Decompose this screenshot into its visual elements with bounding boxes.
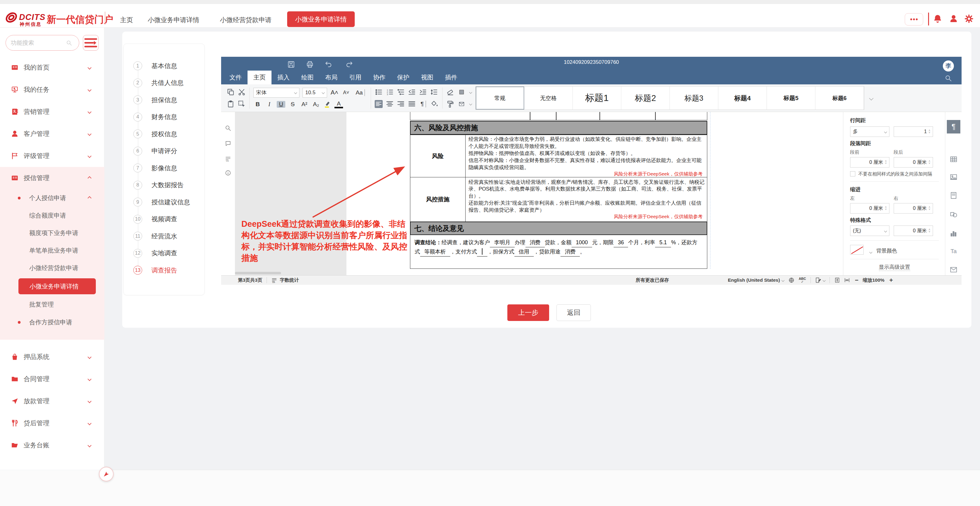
style-gallery-expand[interactable] xyxy=(864,86,877,110)
sidebar-leaf-额度项下业务申请[interactable]: 额度项下业务申请 xyxy=(0,224,104,242)
sidebar-item-业务台账[interactable]: 业务台账 xyxy=(0,434,104,456)
editor-search-icon[interactable] xyxy=(945,75,952,82)
word-count-label[interactable]: 字数统计 xyxy=(280,277,299,284)
nav-tab-3-active[interactable]: 小微业务申请详情 xyxy=(287,11,355,27)
sidebar-subitem-合作方授信申请[interactable]: 合作方授信申请 xyxy=(0,313,104,331)
control-content-cell[interactable]: 经营真实性验证:实地走访经营场所，观察生产/销售情况、库存、员工状态等。交叉验证… xyxy=(465,177,708,222)
editor-tab-视图[interactable]: 视图 xyxy=(415,71,439,84)
step-6-申请评分[interactable]: 6申请评分 xyxy=(124,143,205,160)
outline-icon[interactable]: 123 xyxy=(225,155,231,162)
search-input[interactable] xyxy=(11,40,66,46)
nav-tab-0[interactable]: 主页 xyxy=(120,8,133,32)
multilevel-list-icon[interactable] xyxy=(397,88,405,96)
sidebar-item-贷后管理[interactable]: 贷后管理 xyxy=(0,412,104,434)
page-indicator[interactable]: 第3页共3页 xyxy=(238,277,262,284)
more-actions-button[interactable] xyxy=(905,13,923,25)
subscript-button[interactable]: A₂ xyxy=(312,101,320,108)
page-tab[interactable] xyxy=(947,189,960,202)
bullet-list-icon[interactable] xyxy=(375,88,383,96)
advanced-settings-link[interactable]: 显示高级设置 xyxy=(879,263,910,271)
background-color-swatch[interactable] xyxy=(850,245,864,255)
zoom-level[interactable]: 缩放100% xyxy=(863,277,885,284)
step-8-大数据报告[interactable]: 8大数据报告 xyxy=(124,177,205,194)
sidebar-item-我的任务[interactable]: 我的任务 xyxy=(0,79,104,101)
textart-tab[interactable]: Ta xyxy=(947,244,960,258)
border-style-button[interactable] xyxy=(458,89,465,95)
language-selector[interactable]: English (United States) xyxy=(728,278,780,283)
step-11-经营流水[interactable]: 11经营流水 xyxy=(124,228,205,245)
sidebar-item-营销管理[interactable]: 营销管理 xyxy=(0,101,104,123)
indent-right-stepper[interactable]: 0 厘米˄˅ xyxy=(894,203,933,214)
align-left-icon[interactable] xyxy=(375,100,383,108)
indent-left-stepper[interactable]: 0 厘米˄˅ xyxy=(850,203,889,214)
zoom-out-button[interactable]: − xyxy=(855,277,859,284)
strikethrough-button[interactable]: S xyxy=(288,101,297,108)
mailmerge-tab[interactable] xyxy=(947,263,960,276)
sidebar-item-授信管理[interactable]: 授信管理 xyxy=(0,167,104,189)
sidebar-collapse-button[interactable] xyxy=(99,467,114,481)
risk-content-cell[interactable]: 经营风险：小微企业市场竞争力弱，易受行业波动（如政策变化、供应链中断、竞争加剧）… xyxy=(465,135,708,178)
indent-icon[interactable] xyxy=(419,88,427,96)
numbered-list-icon[interactable]: 123 xyxy=(386,88,394,96)
align-center-icon[interactable] xyxy=(386,100,394,108)
sidebar-item-合同管理[interactable]: 合同管理 xyxy=(0,368,104,390)
user-icon[interactable] xyxy=(949,14,958,24)
style-标题2[interactable]: 标题2 xyxy=(621,87,670,109)
shape-tab[interactable] xyxy=(947,208,960,221)
line-spacing-icon[interactable] xyxy=(430,88,438,96)
line-spacing-stepper[interactable]: 1˄˅ xyxy=(894,127,933,137)
step-4-财务信息[interactable]: 4财务信息 xyxy=(124,109,205,126)
conclusion-cell[interactable]: 调查结论：经调查，建议为客户李明月办理消费贷款，金额1000元，期限36个月，利… xyxy=(410,235,707,269)
step-13-调查报告[interactable]: 13调查报告 xyxy=(124,262,205,279)
sidebar-item-我的首页[interactable]: 我的首页 xyxy=(0,57,104,79)
style-标题3[interactable]: 标题3 xyxy=(670,87,718,109)
font-size-select[interactable]: 10.5 xyxy=(302,88,327,98)
zoom-in-button[interactable]: + xyxy=(889,277,893,284)
change-case-button[interactable]: Aa xyxy=(353,89,367,96)
sidebar-leaf-单笔单批业务申请[interactable]: 单笔单批业务申请 xyxy=(0,242,104,259)
clear-format-icon[interactable] xyxy=(446,88,454,96)
bell-icon[interactable] xyxy=(933,14,942,24)
pilcrow-button[interactable]: ¶ xyxy=(419,101,428,108)
increase-font-button[interactable]: A˄ xyxy=(330,89,339,96)
line-spacing-select[interactable]: 多 xyxy=(850,127,889,137)
checkbox[interactable] xyxy=(850,171,855,176)
paste-icon[interactable] xyxy=(227,100,235,108)
step-5-授权信息[interactable]: 5授权信息 xyxy=(124,125,205,143)
risk-label-cell[interactable]: 风险 xyxy=(410,135,466,178)
cut-icon[interactable] xyxy=(238,88,246,96)
superscript-button[interactable]: A² xyxy=(300,101,309,108)
control-label-cell[interactable]: 风控措施 xyxy=(410,177,466,222)
editor-tab-布局[interactable]: 布局 xyxy=(320,71,344,84)
step-12-实地调查[interactable]: 12实地调查 xyxy=(124,245,205,262)
sidebar-item-放款管理[interactable]: 放款管理 xyxy=(0,390,104,412)
style-无空格[interactable]: 无空格 xyxy=(524,87,573,109)
sidebar-leaf-小微经营贷款申请[interactable]: 小微经营贷款申请 xyxy=(0,259,104,277)
comment-icon[interactable] xyxy=(225,140,231,147)
page-color-button[interactable] xyxy=(458,101,465,107)
copy-icon[interactable] xyxy=(227,88,235,96)
style-常规[interactable]: 常规 xyxy=(476,87,524,109)
gear-icon[interactable] xyxy=(964,14,974,24)
sidebar-item-评级管理[interactable]: 评级管理 xyxy=(0,145,104,167)
editor-tab-保护[interactable]: 保护 xyxy=(391,71,415,84)
bold-button[interactable]: B xyxy=(253,101,262,108)
step-10-视频调查[interactable]: 10视频调查 xyxy=(124,211,205,228)
back-button[interactable]: 返回 xyxy=(557,305,591,321)
space-before-stepper[interactable]: 0 厘米˄˅ xyxy=(850,157,889,168)
no-space-checkbox-row[interactable]: 不要在相同样式的段落之间添加间隔 xyxy=(850,171,939,177)
italic-button[interactable]: I xyxy=(265,101,274,108)
style-标题6[interactable]: 标题6 xyxy=(815,87,864,109)
nav-tab-1[interactable]: 小微业务申请详情 xyxy=(148,8,199,32)
underline-button[interactable]: U xyxy=(277,101,285,108)
sidebar-item-押品系统[interactable]: 押品系统 xyxy=(0,346,104,368)
outdent-icon[interactable] xyxy=(408,88,416,96)
editor-tab-引用[interactable]: 引用 xyxy=(344,71,367,84)
sidebar-leaf-小微业务申请详情[interactable]: 小微业务申请详情 xyxy=(0,277,104,296)
editor-tab-插入[interactable]: 插入 xyxy=(272,71,296,84)
special-format-stepper[interactable]: 0 厘米˄˅ xyxy=(894,225,933,236)
space-after-stepper[interactable]: 0 厘米˄˅ xyxy=(894,157,933,168)
find-icon[interactable] xyxy=(225,125,231,131)
font-family-select[interactable]: 宋体 xyxy=(253,88,299,98)
image-tab[interactable] xyxy=(947,170,960,184)
